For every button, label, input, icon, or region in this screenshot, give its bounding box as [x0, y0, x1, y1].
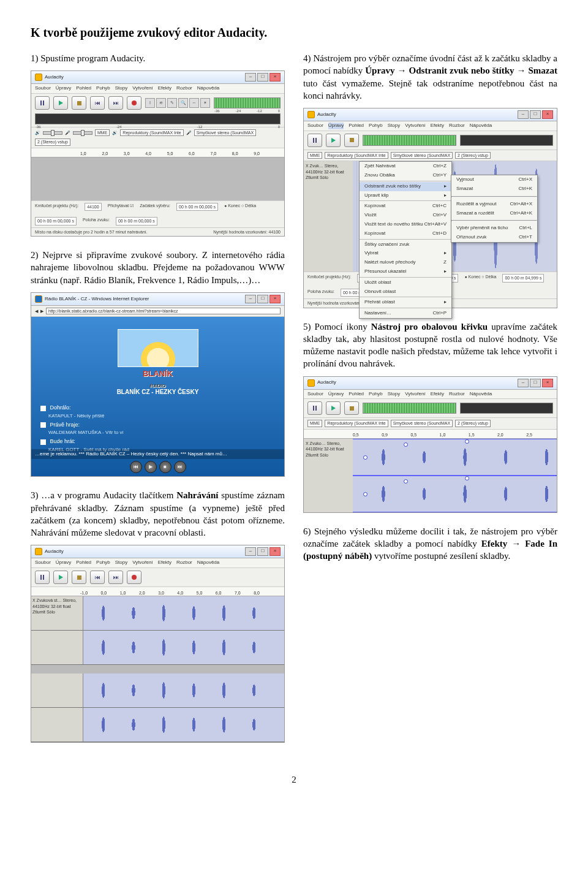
end-toggle[interactable]: ● Konec ○ Délka	[464, 274, 496, 282]
envelope-tool-icon[interactable]: ≋	[156, 98, 166, 108]
menu-item[interactable]: Efekty	[431, 391, 444, 398]
sel-start-field[interactable]: 00 h 00 m 00,000 s	[176, 203, 218, 211]
track-header[interactable]: X Zvuková st… Stereo, 44100Hz 32-bit flo…	[31, 596, 83, 630]
track-canvas-empty[interactable]	[31, 157, 284, 200]
url-field[interactable]: http://blanik.static.abradio.cz/blanik-c…	[46, 308, 281, 314]
input-device-combo[interactable]: Smyčkové stereo (SoundMAX	[194, 129, 256, 136]
menu-item[interactable]: Nápověda	[470, 123, 492, 129]
time-ruler[interactable]: -1,0 0,0 1,0 2,0 3,0 4,0 5,0 6,0 7,0 8,0	[31, 587, 284, 596]
menu-bar[interactable]: Soubor Úpravy Pohled Pohyb Stopy Vytvoře…	[304, 390, 557, 400]
edit-dropdown-menu[interactable]: Zpět NahrávatCtrl+Z Znovu ObálkaCtrl+Y O…	[359, 161, 452, 319]
menu-item[interactable]: Efekty	[431, 123, 444, 129]
close-button[interactable]: ×	[542, 110, 553, 119]
zoom-tool-icon[interactable]: 🔍	[178, 98, 188, 108]
input-meter[interactable]	[460, 403, 554, 414]
output-device-combo[interactable]: Reproduktory (SoundMAX Inte	[325, 152, 388, 159]
minimize-button[interactable]: –	[245, 547, 256, 556]
track-header[interactable]	[31, 674, 83, 707]
browser-address-bar[interactable]: ◀ ▶ http://blanik.static.abradio.cz/blan…	[31, 306, 284, 317]
close-button[interactable]: ×	[270, 295, 281, 303]
menu-item[interactable]: Pohyb	[96, 85, 110, 92]
menu-item[interactable]: Nápověda	[470, 391, 492, 398]
track-header[interactable]: X Zvuk… Stereo, 44100Hz 32-bit float Ztl…	[304, 161, 357, 271]
menu-item[interactable]: Obnovit oblast	[360, 287, 451, 297]
menu-item[interactable]: Úpravy	[56, 85, 71, 92]
submenu-item[interactable]: VyjmoutCtrl+X	[451, 175, 537, 184]
menu-item[interactable]: Nápověda	[197, 560, 219, 566]
time-ruler[interactable]: 1,0 2,0 3,0 4,0 5,0 6,0 7,0 8,0 9,0	[31, 148, 284, 157]
menu-bar[interactable]: Soubor Úpravy Pohled Pohyb Stopy Vytvoře…	[31, 558, 284, 568]
menu-item[interactable]: Pohyb	[369, 391, 383, 398]
skip-start-button[interactable]: ⏮	[90, 96, 105, 110]
player-prev-button[interactable]: ⏮	[130, 461, 142, 473]
output-meter[interactable]	[363, 135, 456, 146]
play-button[interactable]	[326, 134, 341, 147]
forward-icon[interactable]: ▶	[40, 308, 43, 314]
track-header[interactable]	[31, 631, 83, 664]
menu-item[interactable]: Stopy	[115, 85, 127, 92]
skip-start-button[interactable]: ⏮	[90, 571, 105, 584]
menu-item[interactable]: Vytvoření	[405, 391, 426, 398]
maximize-button[interactable]: □	[530, 110, 541, 119]
pause-button[interactable]	[35, 96, 50, 110]
envelope-point[interactable]	[363, 492, 368, 496]
time-ruler[interactable]: 0,5 0,9 0,5 1,0 1,5 2,0 2,5	[304, 430, 557, 439]
menu-item[interactable]: Pohled	[76, 85, 91, 92]
menu-item[interactable]: Štítky označení zvuk	[360, 240, 451, 249]
menu-item-open[interactable]: Úpravy	[328, 123, 344, 129]
player-play-button[interactable]: ▶	[145, 461, 157, 473]
menu-item[interactable]: Vytvoření	[405, 123, 426, 129]
sel-end-field[interactable]: 00 h 00 m 04,999 s	[502, 274, 544, 282]
skip-end-button[interactable]: ⏭	[108, 96, 123, 110]
input-meter[interactable]	[460, 135, 554, 146]
host-combo[interactable]: MME	[307, 152, 322, 159]
play-button[interactable]	[53, 571, 68, 584]
close-button[interactable]: ×	[542, 379, 553, 387]
host-combo[interactable]: MME	[307, 420, 322, 427]
input-meter[interactable]: -36 -24 -12 0	[35, 113, 281, 124]
waveform[interactable]	[83, 596, 284, 630]
menu-item[interactable]: Pohled	[349, 123, 364, 129]
edit-tools[interactable]: I ≋ ✎ 🔍 ↔ ✶	[145, 98, 210, 108]
output-device-combo[interactable]: Reproduktory (SoundMAX Inte	[120, 129, 183, 136]
envelope-canvas[interactable]: X Zvuko… Stereo, 44100Hz 32-bit float Zt…	[304, 439, 557, 512]
menu-item[interactable]: Rozbor	[449, 123, 465, 129]
menu-item[interactable]: Přehrát oblast▸	[360, 298, 451, 307]
record-button[interactable]	[127, 571, 141, 584]
minimize-button[interactable]: –	[518, 379, 529, 387]
minimize-button[interactable]: –	[245, 295, 256, 303]
pause-button[interactable]	[35, 571, 50, 584]
submenu-item[interactable]: Oříznout zvukCtrl+T	[451, 233, 537, 242]
output-volume-slider[interactable]	[43, 131, 62, 135]
menu-item[interactable]: Úpravy	[56, 560, 71, 566]
menu-item[interactable]: Efekty	[158, 85, 172, 92]
multi-tool-icon[interactable]: ✶	[200, 98, 210, 108]
pause-button[interactable]	[307, 134, 322, 147]
audio-track[interactable]	[31, 674, 284, 708]
close-button[interactable]: ×	[270, 547, 281, 556]
stop-button[interactable]	[344, 401, 359, 415]
pause-button[interactable]	[307, 401, 322, 415]
player-next-button[interactable]: ⏭	[174, 461, 186, 473]
channels-combo[interactable]: 2 (Stereo) vstup	[455, 420, 491, 427]
selection-tool-icon[interactable]: I	[145, 98, 155, 108]
maximize-button[interactable]: □	[257, 295, 268, 303]
host-combo[interactable]: MME	[95, 129, 110, 136]
menu-item[interactable]: Pohyb	[369, 123, 383, 129]
channels-combo[interactable]: 2 (Stereo) vstup	[35, 139, 70, 145]
menu-item[interactable]: Přesunout ukazatel▸	[360, 267, 451, 276]
end-toggle[interactable]: ● Konec ○ Délka	[224, 203, 256, 211]
menu-item[interactable]: Vytvoření	[132, 560, 153, 566]
skip-end-button[interactable]: ⏭	[108, 571, 123, 584]
menu-item[interactable]: Upravit klip▸	[360, 191, 451, 200]
menu-bar[interactable]: Soubor Úpravy Pohled Pohyb Stopy Vytvoře…	[304, 121, 557, 131]
menu-item[interactable]: Rozbor	[449, 391, 465, 398]
envelope-line[interactable]	[353, 439, 557, 476]
menu-item[interactable]: VložitCtrl+V	[360, 211, 451, 220]
output-meter[interactable]	[363, 403, 456, 414]
submenu-item[interactable]: Rozdělit a vyjmoutCtrl+Alt+X	[451, 200, 537, 209]
input-device-combo[interactable]: Smyčkové stereo (SoundMAX	[391, 152, 453, 159]
menu-item[interactable]: Soubor	[307, 391, 323, 398]
envelope-point[interactable]	[404, 479, 408, 484]
submenu-item[interactable]: Výběr přeměnit na tichoCtrl+L	[451, 224, 537, 233]
